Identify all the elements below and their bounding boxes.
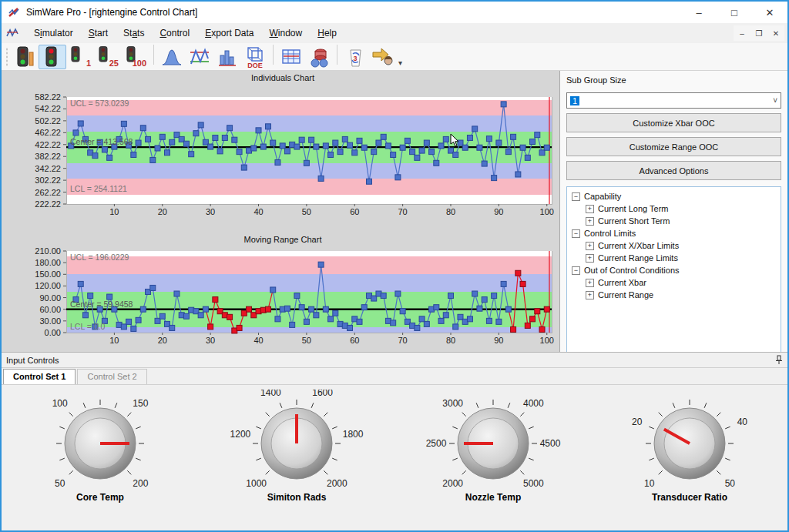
svg-text:180.00: 180.00 [35,258,61,267]
tree-item[interactable]: +Current X/Xbar Limits [569,239,779,252]
clear-data-button[interactable]: 3 [341,45,369,69]
tree-item[interactable]: +Current Xbar [569,276,779,289]
svg-text:40: 40 [253,207,263,216]
svg-text:50: 50 [302,336,311,345]
title-bar: SimWare Pro - [rightengine Control Chart… [2,2,787,23]
svg-text:40: 40 [737,417,747,427]
options-tree: −Capability+Current Long Term+Current Sh… [566,186,781,354]
svg-text:20: 20 [158,207,167,216]
moving-range-chart-title: Moving Range Chart [8,234,558,245]
app-window: SimWare Pro - [rightengine Control Chart… [0,0,789,532]
svg-text:200: 200 [133,478,148,489]
svg-text:2000: 2000 [442,478,463,489]
tree-item[interactable]: +Current Range Limits [569,252,779,264]
mdi-window-controls: – ❐ ✕ [734,25,784,41]
run-100-button[interactable]: 100 [122,45,149,69]
minimize-button[interactable]: – [681,2,717,23]
svg-text:90: 90 [494,336,503,345]
toolbar: 1 25 100 DOE 3 [2,43,787,71]
svg-text:1000: 1000 [246,478,267,489]
knob-core-temp[interactable]: 50100150200Core Temp [23,390,177,507]
input-controls-label: Input Controls [6,356,59,365]
customize-xbar-ooc-button[interactable]: Customize Xbar OOC [566,113,781,132]
knob-cell: 2000250030003500400045005000Nozzle Temp [394,390,591,530]
export-user-button[interactable] [369,45,397,69]
run-step-button[interactable] [11,45,39,69]
expand-icon[interactable]: + [586,279,594,287]
pin-icon[interactable] [775,355,783,365]
histogram-button[interactable] [213,45,241,69]
sub-group-size-value: 1 [570,96,579,105]
svg-text:262.22: 262.22 [35,188,61,197]
collapse-icon[interactable]: − [572,192,580,201]
data-table-button[interactable] [277,45,305,69]
knob-transducer-ratio[interactable]: 1020304050Transducer Ratio [613,390,767,507]
svg-text:30: 30 [684,390,695,392]
data-roller-button[interactable] [305,45,333,69]
knob-row: 50100150200Core Temp 1000120014001600180… [2,385,787,530]
svg-text:1400: 1400 [260,390,281,398]
tree-item[interactable]: +Current Long Term [569,202,779,215]
toolbar-overflow-icon[interactable]: ▾ [398,59,402,70]
tree-item[interactable]: +Current Range [569,289,779,301]
mdi-close-button[interactable]: ✕ [767,25,784,41]
svg-text:LCL = 254.1121: LCL = 254.1121 [70,184,127,193]
maximize-button[interactable]: □ [717,2,752,23]
control-chart-button[interactable] [186,45,213,69]
expand-icon[interactable]: + [586,217,594,226]
mdi-restore-button[interactable]: ❐ [750,25,767,41]
svg-text:210.00: 210.00 [35,246,61,256]
chevron-down-icon[interactable]: ˅ [773,96,777,105]
svg-text:10: 10 [109,207,119,216]
svg-text:Center = 413.568: Center = 413.568 [70,137,133,146]
tree-item[interactable]: −Out of Control Conditions [569,264,779,276]
doe-button[interactable]: DOE [241,45,269,69]
expand-icon[interactable]: + [586,242,594,250]
svg-text:20: 20 [631,417,642,427]
knob-simiton-rads[interactable]: 100012001400160018002000Simiton Rads [220,390,374,507]
menu-simulator[interactable]: Simulator [26,25,81,42]
run-continuous-button[interactable] [39,45,66,69]
tree-item[interactable]: +Current Short Term [569,215,779,227]
window-title: SimWare Pro - [rightengine Control Chart… [26,7,681,18]
svg-text:DOE: DOE [247,62,263,69]
menu-start[interactable]: Start [81,25,116,42]
run-1-button[interactable]: 1 [66,45,94,69]
menu-window[interactable]: Window [262,25,311,42]
tab-control-set-2[interactable]: Control Set 2 [77,369,146,384]
tab-control-set-1[interactable]: Control Set 1 [3,369,76,384]
expand-icon[interactable]: + [586,291,594,299]
close-button[interactable]: ✕ [752,2,787,23]
toolbar-grip[interactable] [5,47,8,67]
menu-stats[interactable]: Stats [116,25,152,42]
advanced-options-button[interactable]: Advanced Options [566,161,781,180]
svg-text:10: 10 [109,336,119,345]
expand-icon[interactable]: + [586,254,594,263]
tree-item[interactable]: −Capability [569,190,779,202]
collapse-icon[interactable]: − [572,229,580,238]
menu-help[interactable]: Help [310,25,344,42]
svg-text:150: 150 [133,398,148,409]
menu-control[interactable]: Control [152,25,197,42]
sub-group-size-combo[interactable]: 1 ˅ [566,92,781,109]
svg-text:1600: 1600 [312,390,333,398]
toolbar-separator [337,45,337,65]
expand-icon[interactable]: + [586,205,594,213]
customize-range-ooc-button[interactable]: Customize Range OOC [566,137,781,156]
mdi-child-icon [6,28,18,38]
menu-export-data[interactable]: Export Data [197,25,261,42]
collapse-icon[interactable]: − [572,266,580,275]
knob-nozzle-temp[interactable]: 2000250030003500400045005000Nozzle Temp [416,390,570,507]
svg-text:542.22: 542.22 [35,104,61,113]
svg-text:382.22: 382.22 [35,152,61,161]
capability-chart-button[interactable] [158,45,186,69]
svg-text:30: 30 [206,207,215,216]
tree-item[interactable]: −Control Limits [569,227,779,239]
input-controls-panel: Input Controls Control Set 1 Control Set… [2,352,787,530]
mdi-minimize-button[interactable]: – [734,25,750,41]
svg-text:0.00: 0.00 [45,328,61,337]
run-25-button[interactable]: 25 [94,45,122,69]
svg-text:80: 80 [446,207,455,216]
svg-text:222.22: 222.22 [35,199,61,209]
svg-text:80: 80 [446,336,455,345]
